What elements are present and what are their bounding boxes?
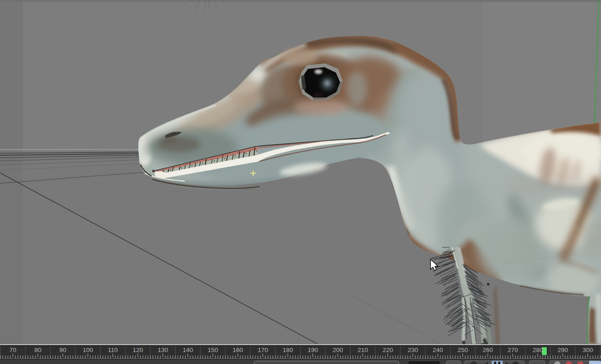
svg-text:100: 100 [83,347,93,353]
svg-text:290: 290 [558,347,568,353]
svg-text:180: 180 [283,347,293,353]
svg-text:280: 280 [533,347,543,353]
svg-text:190: 190 [308,347,318,353]
svg-text:150: 150 [208,347,218,353]
svg-text:300: 300 [583,347,593,353]
svg-text:200: 200 [333,347,343,353]
svg-text:140: 140 [183,347,193,353]
svg-text:250: 250 [458,347,468,353]
svg-text:240: 240 [433,347,443,353]
svg-text:130: 130 [158,347,168,353]
svg-text:70: 70 [9,347,16,353]
svg-text:210: 210 [357,347,368,353]
svg-text:260: 260 [482,347,493,353]
svg-text:170: 170 [258,347,268,353]
svg-text:220: 220 [383,347,393,353]
svg-text:80: 80 [34,347,41,353]
svg-text:270: 270 [508,347,518,353]
svg-text:110: 110 [108,347,118,353]
svg-text:160: 160 [232,347,243,353]
svg-text:90: 90 [59,347,66,353]
svg-text:120: 120 [133,347,143,353]
svg-text:230: 230 [408,347,418,353]
